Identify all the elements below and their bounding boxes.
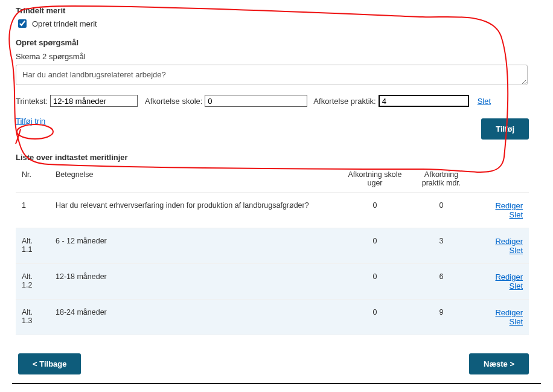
slet-link[interactable]: Slet — [481, 210, 523, 219]
row-betegnelse: 18-24 måneder — [50, 300, 342, 335]
opret-sporgsmal-heading: Opret spørgsmål — [16, 38, 541, 47]
back-button[interactable]: < Tilbage — [18, 353, 81, 374]
slet-link[interactable]: Slet — [481, 281, 523, 291]
tilfoj-button[interactable]: Tilføj — [481, 118, 529, 140]
table-row: Alt. 1.16 - 12 måneder03RedigerSlet — [16, 228, 529, 264]
col-betegnelse: Betegnelse — [50, 165, 342, 193]
row-afk-praktik: 3 — [408, 228, 475, 264]
rediger-link[interactable]: Rediger — [481, 201, 523, 210]
skema-label: Skema 2 spørgsmål — [16, 52, 541, 61]
col-nr: Nr. — [16, 165, 50, 193]
rediger-link[interactable]: Rediger — [481, 237, 523, 246]
row-betegnelse: Har du relevant erhvervserfaring inden f… — [50, 193, 342, 228]
row-afk-praktik: 9 — [408, 300, 475, 335]
row-actions: RedigerSlet — [475, 228, 529, 264]
opret-trindelt-checkbox[interactable] — [18, 19, 27, 28]
footer-rule — [12, 383, 541, 384]
table-row: Alt. 1.318-24 måneder09RedigerSlet — [16, 300, 529, 335]
question-textarea[interactable] — [16, 65, 528, 85]
slet-trin-link[interactable]: Slet — [478, 97, 491, 106]
row-afk-praktik: 6 — [408, 264, 475, 300]
afkortelse-skole-input[interactable] — [205, 95, 307, 107]
row-actions: RedigerSlet — [475, 300, 529, 335]
next-button[interactable]: Næste > — [469, 353, 529, 374]
row-actions: RedigerSlet — [475, 264, 529, 300]
row-nr: Alt. 1.2 — [16, 264, 50, 300]
trindelt-heading: Trindelt merit — [16, 6, 541, 15]
afkortelse-praktik-label: Afkortelse praktik: — [313, 97, 376, 106]
row-betegnelse: 6 - 12 måneder — [50, 228, 342, 264]
rediger-link[interactable]: Rediger — [481, 272, 523, 281]
col-afk-praktik: Afkortning praktik mdr. — [408, 165, 475, 193]
opret-trindelt-label: Opret trindelt merit — [32, 19, 97, 28]
afkortelse-praktik-input[interactable] — [379, 95, 469, 107]
table-row: 1Har du relevant erhvervserfaring inden … — [16, 193, 529, 228]
merit-table: Nr. Betegnelse Afkortning skole uger Afk… — [16, 165, 529, 335]
row-afk-skole: 0 — [342, 193, 408, 228]
row-actions: RedigerSlet — [475, 193, 529, 228]
row-afk-praktik: 0 — [408, 193, 475, 228]
liste-heading: Liste over indtastet meritlinjer — [16, 153, 541, 162]
row-afk-skole: 0 — [342, 300, 408, 335]
rediger-link[interactable]: Rediger — [481, 308, 523, 317]
table-row: Alt. 1.212-18 måneder06RedigerSlet — [16, 264, 529, 300]
row-nr: 1 — [16, 193, 50, 228]
slet-link[interactable]: Slet — [481, 317, 523, 326]
row-afk-skole: 0 — [342, 228, 408, 264]
row-betegnelse: 12-18 måneder — [50, 264, 342, 300]
row-nr: Alt. 1.1 — [16, 228, 50, 264]
row-nr: Alt. 1.3 — [16, 300, 50, 335]
slet-link[interactable]: Slet — [481, 246, 523, 255]
row-afk-skole: 0 — [342, 264, 408, 300]
afkortelse-skole-label: Afkortelse skole: — [145, 97, 202, 106]
trintekst-input[interactable] — [50, 95, 138, 107]
trintekst-label: Trintekst: — [16, 97, 48, 106]
col-afk-skole: Afkortning skole uger — [342, 165, 408, 193]
